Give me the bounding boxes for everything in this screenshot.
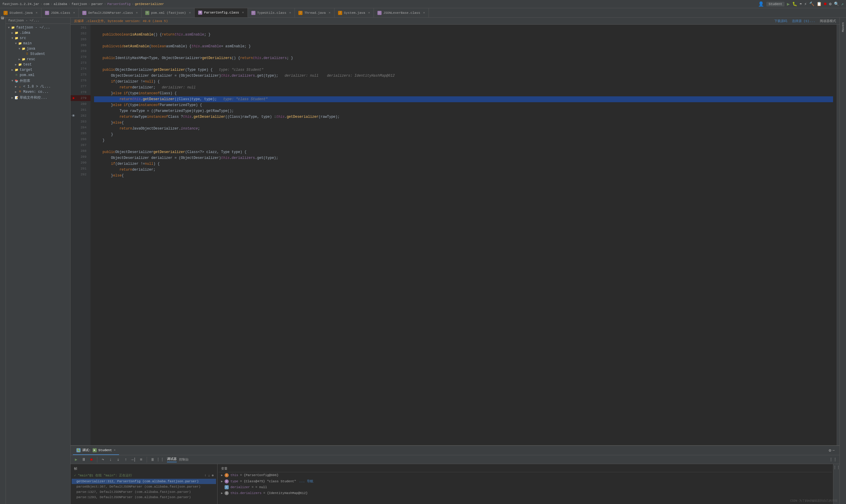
tree-item-jdk[interactable]: ▶ ☕ < 1.8 > /L... [6,84,70,89]
debug-session-close[interactable]: × [114,449,116,452]
debug-subtabs: 调试器 控制台 [167,457,189,462]
bottom-right-icon[interactable]: ⋮⋮ [833,465,840,470]
run-btn[interactable]: ▶ [787,1,790,7]
debug-tab[interactable]: 🐛 调试: ▶ Student × [73,446,119,455]
step-out-btn[interactable]: ↑ [123,456,129,463]
editor-tabs: J Student.java × m JSON.class × m Defaul… [0,8,846,18]
close-tab-student[interactable]: × [36,11,38,15]
maven-vtab[interactable]: Maven [841,20,845,34]
frames-view-btn[interactable]: ≣ [149,456,156,463]
stack-frame-3[interactable]: parse:1293, DefaultJSONParser (com.aliba… [72,494,216,500]
breadcrumb-parser: parser [91,2,103,6]
debug-more-btn[interactable]: ⋮⋮ [829,457,837,462]
run-to-cursor-btn[interactable]: →| [130,456,137,463]
tab-typeutils[interactable]: m TypeUtils.class × [248,8,295,17]
tab-student-java[interactable]: J Student.java × [0,8,41,17]
resume-btn[interactable]: ▶ [73,456,80,463]
close-tab-pom[interactable]: × [189,11,191,15]
tab-system-java[interactable]: J System.java × [334,8,374,17]
folder-icon: 📁 [11,26,15,29]
subtab-console[interactable]: 控制台 [179,457,189,462]
tab-jsonlexerbase[interactable]: m JSONLexerBase.class × [374,8,429,17]
vcs-btn[interactable]: 📋 [817,1,822,6]
choose-source-btn[interactable]: 选择源 (S)... [792,19,815,23]
tree-item-scratches[interactable]: ▶ 📝 草稿文件和控... [6,94,70,101]
coverage-btn[interactable]: ☂ [799,1,802,6]
line-num-269: 269 [76,49,88,53]
tree-item-resources[interactable]: ▶ 📁 resc [6,57,70,62]
tree-item-maven[interactable]: ▶ M Maven: co... [6,89,70,94]
force-step-into-btn[interactable]: ⇓ [115,456,121,463]
debug-btn[interactable]: 🐛 [792,1,797,6]
tree-item-target[interactable]: ▶ 📁 target [6,67,70,73]
gutter-row-279: ● 279 [71,95,90,101]
tab-defaultjsonparser[interactable]: m DefaultJSONParser.class × [79,8,141,17]
structure-vtab[interactable]: 结构 [0,20,5,25]
subtab-debugger[interactable]: 调试器 [167,457,177,462]
line-num-286: 286 [76,138,88,141]
code-editor[interactable]: public boolean isAsmEnable() { return th… [90,25,836,445]
tree-item-fastjson[interactable]: ▼ 📁 fastjson - ~/... [6,25,70,30]
tree-label-main: main [23,41,32,46]
close-tab-thread[interactable]: × [329,11,331,15]
var-this-derializers[interactable]: ▶ ∞ this.derializers = {IdentityHashMap@… [219,490,832,496]
bottom-close-btn[interactable]: − [832,448,835,453]
java-folder-icon: 📁 [21,47,26,51]
download-source-btn[interactable]: 下载源码 [774,19,787,23]
line-num-288: 288 [76,149,88,153]
gutter-row-290: 290 [71,160,90,166]
tab-thread-java[interactable]: J Thread.java × [295,8,334,17]
tree-item-pom[interactable]: m pom.xml [6,73,70,78]
class-icon-2: m [82,11,86,15]
thread-filter-btn[interactable]: ↑ [204,474,206,477]
bottom-settings-btn[interactable]: ⚙ [829,448,831,453]
pause-btn[interactable]: ⏸ [81,456,87,463]
breakpoint-marker-279[interactable]: ● [71,96,76,101]
tab-json-class[interactable]: m JSON.class × [41,8,79,17]
thread-nav-up[interactable]: ↓ [208,474,210,477]
tree-item-main[interactable]: ▼ 📁 main [6,41,70,46]
tree-label-jdk: < 1.8 > /L... [23,85,51,89]
reader-mode-btn[interactable]: 阅读器模式 [820,19,836,23]
editor-scrollbar[interactable] [836,25,840,445]
tree-item-idea[interactable]: ▶ 📁 .idea [6,30,70,36]
evaluate-btn[interactable]: ≡ [138,456,144,463]
close-tab-jsonlexerbase[interactable]: × [423,11,425,15]
stop-btn-debug[interactable]: ■ [88,456,94,463]
build-btn[interactable]: 🔨 [809,1,814,6]
zoom-btn[interactable]: ↗ [841,1,844,6]
stack-frame-1[interactable]: parseObject:367, DefaultJSONParser (com.… [72,484,216,489]
search-btn[interactable]: 🔍 [834,1,839,6]
var-type[interactable]: ▶ ⊙ type = {Class@475} "class Student" .… [219,478,832,484]
code-line-289: ObjectDeserializer derializer = (ObjectD… [94,155,833,161]
tree-item-external-libs[interactable]: ▼ 📚 外部库 [6,78,70,84]
close-tab-defaultjsonparser[interactable]: × [136,11,138,15]
java-icon: J [3,11,7,15]
thread-nav-down[interactable]: ⊕ [212,473,214,477]
tree-item-java[interactable]: ▼ 📁 java [6,46,70,51]
stack-frame-2[interactable]: parse:1327, DefaultJSONParser (com.aliba… [72,489,216,494]
stop-btn[interactable]: ■ [824,1,827,7]
close-tab-typeutils[interactable]: × [289,11,291,15]
step-over-btn[interactable]: ↷ [100,456,106,463]
gutter-row-266: 266 [71,42,90,48]
stack-frame-0[interactable]: getDeserializer:312, ParserConfig (com.a… [72,479,216,484]
close-tab-system[interactable]: × [368,11,370,15]
var-this[interactable]: ▶ t this = {ParserConfig@606} [219,472,832,478]
var-type-nav[interactable]: ... 导航 [299,479,313,483]
close-tab-parserconfig[interactable]: × [242,11,244,14]
gutter-row-287: 287 [71,142,90,148]
tab-pom-xml[interactable]: m pom.xml (fastjson) × [142,8,195,17]
watch-marker-282: 👁 [71,114,76,118]
var-derializer[interactable]: ≡ derializer = = null [219,484,832,490]
profile-btn[interactable]: ⚡ [804,1,807,6]
tree-item-test[interactable]: ▶ 📁 test [6,62,70,67]
tree-item-src[interactable]: ▼ 📁 src [6,36,70,41]
close-tab-json[interactable]: × [73,11,75,15]
tab-parserconfig[interactable]: m ParserConfig.class × [195,8,247,17]
left-vtabs: 结构 [0,18,6,504]
settings-btn[interactable]: ⚙ [829,1,831,6]
step-into-btn[interactable]: ↓ [107,456,114,463]
threads-view-btn[interactable]: ⋮⋮ [157,456,163,463]
tree-item-student[interactable]: S Student [6,51,70,57]
